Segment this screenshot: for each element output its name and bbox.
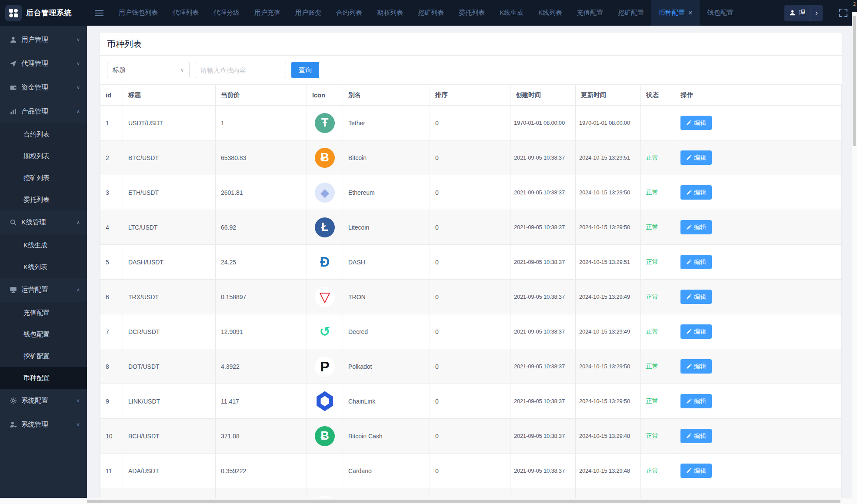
cell-id: 4 [100,210,123,245]
edit-button[interactable]: 编辑 [680,290,712,304]
user-avatar-icon [789,10,796,16]
cell-icon: Ł [307,210,343,245]
tab-用户账变[interactable]: 用户账变 [288,0,329,26]
sidebar-subitem-充值配置[interactable]: 充值配置 [0,302,87,324]
tab-代理列表[interactable]: 代理列表 [165,0,206,26]
tab-label: 挖矿列表 [418,9,444,17]
search-input[interactable] [195,62,286,78]
cell-price: 66.92 [216,210,307,245]
sidebar-toggle-icon[interactable] [87,0,111,26]
cell-status: 正常 [641,419,675,454]
sidebar-item-运营配置[interactable]: 运营配置∧ [0,278,87,302]
sidebar-subitem-挖矿配置[interactable]: 挖矿配置 [0,345,87,367]
table-body: 1USDT/USDT1ŦTether01970-01-01 08:00:0019… [100,106,842,504]
sidebar-subitem-委托列表[interactable]: 委托列表 [0,189,87,210]
tab-代理分级[interactable]: 代理分级 [206,0,247,26]
sidebar-item-系统管理[interactable]: 系统管理∨ [0,413,87,437]
cell-id: 1 [100,106,123,140]
cell-title: USDT/USDT [123,106,216,140]
sidebar-subitem-挖矿列表[interactable]: 挖矿列表 [0,167,87,189]
main-content: 币种列表 标题 ∨ 查询 id标题当前价Icon别名排序创建时间更新时间状态操作… [87,26,857,504]
tab-label: 代理列表 [173,9,199,17]
tab-label: 用户账变 [295,9,321,17]
cell-created: 2021-09-05 10:38:37 [510,245,576,280]
sidebar-item-资金管理[interactable]: 资金管理∨ [0,76,87,100]
edit-button[interactable]: 编辑 [680,359,712,374]
cell-alias: DASH [343,245,430,280]
user-menu[interactable]: 理 › [784,5,823,21]
edit-button[interactable]: 编辑 [680,150,712,165]
table-row: 2BTC/USDT65380.83ɃBitcoin02021-09-05 10:… [100,140,842,175]
tab-委托列表[interactable]: 委托列表 [451,0,492,26]
cell-actions: 编辑 [675,210,842,245]
edit-button[interactable]: 编辑 [680,116,712,130]
sidebar-item-系统配置[interactable]: 系统配置∨ [0,389,87,413]
vertical-scrollbar-thumb[interactable] [853,16,856,146]
sidebar-item-产品管理[interactable]: 产品管理∧ [0,100,87,123]
cell-status: 正常 [641,384,675,419]
edit-button[interactable]: 编辑 [680,255,712,269]
sidebar-subitem-K线生成[interactable]: K线生成 [0,234,87,256]
cell-actions: 编辑 [675,245,842,280]
edit-button-label: 编辑 [694,224,706,231]
tab-用户钱包列表[interactable]: 用户钱包列表 [111,0,165,26]
kline-icon [10,219,17,226]
tab-K线生成[interactable]: K线生成 [492,0,531,26]
sidebar-subitem-币种配置[interactable]: 币种配置 [0,367,87,389]
edit-button-label: 编辑 [694,258,706,266]
cell-actions: 编辑 [675,349,842,384]
column-header-别名: 别名 [343,85,430,106]
table-wrap: id标题当前价Icon别名排序创建时间更新时间状态操作 1USDT/USDT1Ŧ… [100,84,842,504]
cell-sort: 0 [430,314,510,349]
edit-button[interactable]: 编辑 [680,464,712,478]
edit-button[interactable]: 编辑 [680,429,712,443]
status-badge: 正常 [646,293,658,300]
cell-id: 2 [100,140,123,175]
horizontal-scrollbar[interactable] [0,498,857,504]
tab-挖矿配置[interactable]: 挖矿配置 [610,0,651,26]
horizontal-scrollbar-thumb[interactable] [87,500,840,503]
tab-钱包配置[interactable]: 钱包配置 [700,0,740,26]
tab-充值配置[interactable]: 充值配置 [570,0,610,26]
cell-sort: 0 [430,419,510,454]
cell-sort: 0 [430,454,510,488]
field-select[interactable]: 标题 ∨ [107,62,190,78]
product-icon [10,108,17,115]
sidebar-item-用户管理[interactable]: 用户管理∨ [0,28,87,52]
tab-合约列表[interactable]: 合约列表 [329,0,370,26]
fullscreen-icon[interactable] [839,9,847,17]
sidebar-subitem-合约列表[interactable]: 合约列表 [0,123,87,145]
sidebar-item-代理管理[interactable]: 代理管理∨ [0,52,87,76]
tab-期权列表[interactable]: 期权列表 [370,0,410,26]
field-select-value: 标题 [113,66,126,74]
chevron-up-icon: ∧ [77,287,80,293]
edit-button[interactable]: 编辑 [680,394,712,408]
edit-button[interactable]: 编辑 [680,220,712,234]
sidebar-item-label: 运营配置 [21,285,48,294]
table-header-row: id标题当前价Icon别名排序创建时间更新时间状态操作 [100,85,842,106]
sidebar-item-label: 用户管理 [21,35,48,44]
sidebar-subitem-期权列表[interactable]: 期权列表 [0,145,87,167]
tab-挖矿列表[interactable]: 挖矿列表 [410,0,451,26]
sidebar-subitem-钱包配置[interactable]: 钱包配置 [0,324,87,345]
table-row: 8DOT/USDT4.3922PPolkadot02021-09-05 10:3… [100,349,842,384]
edit-button[interactable]: 编辑 [680,185,712,200]
tab-用户充值[interactable]: 用户充值 [247,0,288,26]
sidebar-item-K线管理[interactable]: K线管理∧ [0,210,87,234]
chevron-up-icon: ∧ [77,109,80,114]
sidebar-subitem-K线列表[interactable]: K线列表 [0,256,87,278]
chevron-down-icon: ∨ [77,398,80,404]
cell-icon: Ƀ [307,140,343,175]
cell-actions: 编辑 [675,384,842,419]
cell-title: DOT/USDT [123,349,216,384]
corner-clipped-text: 2 [853,1,856,7]
tab-K线列表[interactable]: K线列表 [531,0,570,26]
tab-币种配置[interactable]: 币种配置× [651,0,700,26]
cell-created: 2021-09-05 10:38:37 [510,454,576,488]
edit-button[interactable]: 编辑 [680,324,712,339]
query-button[interactable]: 查询 [291,62,319,78]
cardano-icon [316,462,334,480]
vertical-scrollbar[interactable] [852,12,857,498]
user-menu-arrow-icon[interactable]: › [810,5,823,21]
close-tab-icon[interactable]: × [688,10,692,17]
